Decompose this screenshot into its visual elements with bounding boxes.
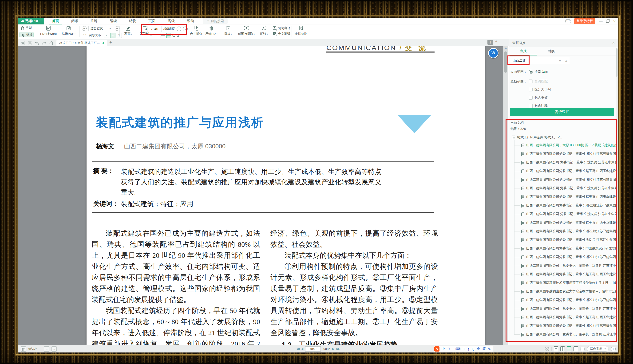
word-translate-button[interactable]: 划词翻译 bbox=[272, 26, 290, 30]
search-option-checkbox[interactable]: 包含书签 bbox=[529, 96, 613, 100]
status-page-input[interactable] bbox=[305, 346, 321, 352]
status-zoom-in[interactable]: + bbox=[611, 346, 615, 351]
select-tool[interactable]: 选择 bbox=[19, 32, 34, 37]
sogou-logo-icon[interactable]: S bbox=[434, 346, 439, 352]
ime-icon[interactable]: ¶ bbox=[468, 347, 470, 351]
prev-page-button[interactable]: ◀ bbox=[301, 347, 303, 350]
page-range-radio[interactable] bbox=[529, 70, 533, 74]
actual-size-label[interactable]: 实际大小 bbox=[89, 33, 101, 37]
actual-size-icon[interactable]: 1:1 bbox=[82, 33, 88, 38]
tab-replace[interactable]: 替换 bbox=[537, 47, 565, 55]
search-option-checkbox[interactable]: 包含注释 bbox=[529, 104, 613, 108]
menu-tab[interactable]: 编辑 bbox=[104, 18, 123, 24]
highlight-button[interactable]: 高亮▾ bbox=[121, 26, 135, 36]
menu-tab[interactable]: 首页 bbox=[46, 18, 65, 24]
menu-tab[interactable]: 阅读 bbox=[65, 18, 85, 24]
find-next-icon[interactable]: ∨ bbox=[557, 59, 563, 62]
menu-tab[interactable]: 注释 bbox=[85, 18, 104, 24]
grid-search-icon: ⊞ bbox=[207, 19, 209, 23]
collapse-up-icon[interactable]: ^ bbox=[495, 40, 497, 44]
menu-tab[interactable]: 页面 bbox=[142, 18, 162, 24]
first-page-button[interactable]: ◀◀ bbox=[296, 347, 299, 350]
sidebar-toggle-icon[interactable] bbox=[21, 346, 26, 352]
document-viewer[interactable]: COMMUNICATION / 交流 装配式建筑的推广与应用浅析 杨海文 山西二… bbox=[18, 46, 503, 345]
zoom-in-button[interactable]: + bbox=[115, 26, 120, 31]
find-replace-button[interactable]: 查找替换 bbox=[293, 26, 309, 36]
keywords-text: 装配式建筑；特征；应用 bbox=[121, 200, 193, 208]
ime-icon[interactable]: ☽ bbox=[447, 347, 450, 351]
scrollbar-up-icon[interactable]: ^ bbox=[503, 47, 508, 50]
two-page-view-icon[interactable] bbox=[560, 346, 565, 351]
ime-icon[interactable]: 全 bbox=[477, 346, 480, 351]
restore-button[interactable] bbox=[606, 20, 609, 22]
abstract-block: 摘 要： 装配式建筑的建造以工业化生产、施工速度快、用工少、生产成本低、生产效率… bbox=[93, 166, 469, 198]
keywords-label: 关键词： bbox=[93, 200, 121, 208]
search-option-checkbox[interactable]: 区分大小写 bbox=[529, 88, 613, 92]
pdf-page: COMMUNICATION / 交流 装配式建筑的推广与应用浅析 杨海文 山西二… bbox=[87, 46, 485, 345]
word-translate-label: 划词翻译 bbox=[278, 26, 290, 30]
read-aloud-button[interactable]: 朗读▾ bbox=[257, 26, 271, 36]
redo-button[interactable] bbox=[41, 40, 46, 45]
ime-icon[interactable]: ⊞ bbox=[462, 347, 466, 351]
tab-find[interactable]: 查找 bbox=[509, 47, 537, 55]
abstract-rule-top bbox=[92, 162, 434, 162]
document-tab[interactable]: 格式工厂PDF合并 格式工厂PD... bbox=[57, 40, 107, 46]
capture-extract-button[interactable]: 截图与提取▾ bbox=[235, 26, 258, 36]
zoom-level-dropdown[interactable]: 适合宽度▾ bbox=[89, 26, 113, 31]
menu-bar: 迅读PDF · 首页阅读注释编辑转换页面高级帮助 ⊞ 功能搜索 登录享特权 — … bbox=[18, 18, 618, 24]
scrollbar-thumb[interactable] bbox=[504, 52, 507, 72]
last-page-button[interactable]: ▶▶ bbox=[336, 347, 339, 350]
full-translate-button[interactable]: 全文翻译 bbox=[272, 32, 290, 36]
zoom-controls: − 适合宽度▾ + bbox=[82, 26, 120, 31]
pdf-to-word-button[interactable]: PDF转Word bbox=[38, 26, 59, 36]
feedback-chat-icon[interactable] bbox=[565, 19, 571, 23]
zoom-out-button[interactable]: − bbox=[82, 26, 87, 31]
merge-split-button[interactable]: 合并拆分 bbox=[189, 26, 204, 36]
undo-button[interactable] bbox=[34, 40, 39, 45]
ime-icon[interactable]: ⌨ bbox=[455, 347, 461, 351]
close-button[interactable]: × bbox=[612, 18, 616, 24]
feature-search[interactable]: ⊞ 功能搜索 bbox=[203, 18, 228, 24]
scroll-view-icon[interactable] bbox=[567, 346, 571, 351]
save-button[interactable] bbox=[27, 40, 32, 45]
panel-scrollbar-thumb[interactable] bbox=[616, 48, 617, 76]
ime-icon[interactable]: 中 bbox=[442, 346, 445, 351]
next-page-button-status[interactable]: ▶ bbox=[332, 347, 335, 350]
app-logo[interactable]: 迅读PDF · bbox=[18, 18, 44, 24]
new-tab-button[interactable]: + bbox=[109, 40, 112, 45]
ime-icon[interactable]: ✎ bbox=[488, 347, 491, 351]
status-zoom-dropdown[interactable]: 适合宽度▾ bbox=[587, 346, 609, 352]
find-previous-icon[interactable]: ∧ bbox=[563, 59, 569, 62]
two-page-scroll-icon[interactable] bbox=[573, 346, 578, 351]
history-back-button[interactable]: ← bbox=[44, 346, 49, 352]
search-option-checkbox[interactable]: 全词匹配 bbox=[529, 79, 613, 84]
ime-icon[interactable]: 简 bbox=[482, 346, 486, 351]
advanced-search-button[interactable]: 高级查找 bbox=[510, 108, 614, 116]
login-button[interactable]: 登录享特权 bbox=[574, 18, 595, 24]
fit-page-button[interactable]: ▫ bbox=[104, 33, 109, 38]
panel-close-icon[interactable]: × bbox=[612, 41, 615, 45]
hand-tool[interactable]: 手型 bbox=[20, 26, 32, 30]
menu-tab[interactable]: 高级 bbox=[162, 18, 181, 24]
compress-pdf-button[interactable]: 压缩PDF bbox=[205, 26, 218, 36]
ime-icon[interactable]: ’ bbox=[452, 347, 453, 351]
expand-chevron-icon[interactable]: › bbox=[543, 69, 545, 74]
fit-text-button[interactable]: T bbox=[117, 33, 122, 38]
scope-row: 查找范围： 全词匹配区分大小写包含书签包含注释 bbox=[510, 80, 529, 84]
ime-icon[interactable]: Q bbox=[472, 347, 474, 351]
fit-width-button[interactable]: ▭ bbox=[110, 33, 116, 38]
pdf-to-word-float-button[interactable]: W bbox=[488, 48, 498, 58]
history-forward-button[interactable]: → bbox=[52, 346, 57, 352]
menu-tab[interactable]: 转换 bbox=[123, 18, 142, 24]
read-aloud-label: 朗读▾ bbox=[257, 32, 271, 36]
main-toolbar: 手型 选择 PDF转Word 编辑PDF▾ − 适合宽度▾ + bbox=[18, 24, 618, 39]
play-button[interactable]: 播放▾ bbox=[222, 26, 235, 36]
menu-tab[interactable]: 帮助 bbox=[181, 18, 200, 24]
minimize-button[interactable]: — bbox=[599, 19, 603, 23]
status-zoom-out[interactable]: − bbox=[580, 346, 585, 351]
background-toggle-icon[interactable] bbox=[545, 346, 549, 351]
single-page-view-icon[interactable] bbox=[554, 346, 558, 351]
edit-pdf-button[interactable]: 编辑PDF▾ bbox=[59, 26, 78, 36]
print-button[interactable] bbox=[20, 40, 25, 45]
home-button[interactable] bbox=[48, 40, 53, 45]
